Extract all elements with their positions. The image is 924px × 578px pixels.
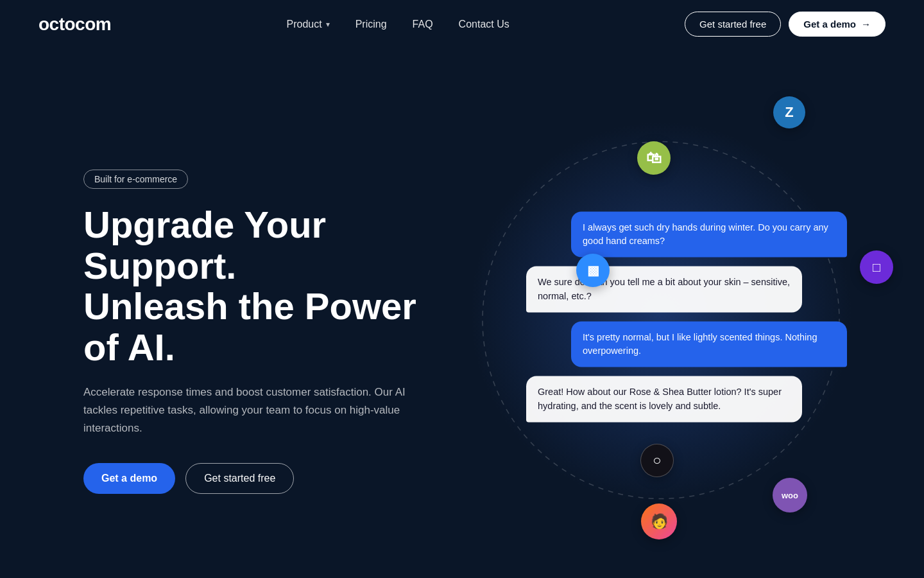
chat-message-1: I always get such dry hands during winte…	[571, 211, 847, 258]
zendesk-icon: Z	[773, 96, 805, 128]
shopify-icon: 🛍	[637, 141, 671, 175]
nav-item-pricing[interactable]: Pricing	[355, 19, 387, 30]
chat-message-4: Great! How about our Rose & Shea Butter …	[526, 376, 802, 423]
logo: octocom	[38, 14, 111, 35]
arrow-icon: →	[861, 19, 871, 30]
hero-section: Built for e-commerce Upgrade Your Suppor…	[0, 48, 924, 577]
navbar: octocom Product ▾ Pricing FAQ Contact Us	[0, 0, 924, 48]
hero-description: Accelerate response times and boost cust…	[83, 383, 411, 437]
nav-item-product[interactable]: Product ▾	[287, 19, 330, 30]
hero-content: Built for e-commerce Upgrade Your Suppor…	[83, 170, 456, 494]
freshdesk-icon: □	[860, 250, 893, 284]
chat-message-2: We sure do! Can you tell me a bit about …	[526, 267, 802, 313]
hero-badge: Built for e-commerce	[83, 170, 188, 189]
avatar-icon: 🧑	[641, 504, 677, 539]
hero-get-started-button[interactable]: Get started free	[185, 463, 294, 494]
nav-item-contact[interactable]: Contact Us	[459, 19, 509, 30]
chevron-down-icon: ▾	[326, 20, 330, 29]
woocommerce-icon: woo	[773, 478, 807, 512]
bigcommerce-icon: ○	[640, 444, 674, 477]
hero-title: Upgrade Your Support. Unleash the Power …	[83, 204, 456, 368]
hero-visualization: I always get such dry hands during winte…	[398, 48, 924, 577]
chat-area: I always get such dry hands during winte…	[526, 211, 847, 422]
get-started-free-button[interactable]: Get started free	[685, 12, 781, 37]
hero-get-demo-button[interactable]: Get a demo	[83, 463, 175, 494]
zoom-icon: ▩	[576, 254, 610, 287]
hero-cta-group: Get a demo Get started free	[83, 463, 456, 494]
nav-item-faq[interactable]: FAQ	[413, 19, 433, 30]
nav-links: Product ▾ Pricing FAQ Contact Us	[287, 19, 509, 30]
logo-text: octocom	[38, 14, 111, 34]
get-a-demo-button[interactable]: Get a demo →	[789, 12, 886, 37]
chat-message-3: It's pretty normal, but I like lightly s…	[571, 321, 847, 367]
nav-buttons: Get started free Get a demo →	[685, 12, 886, 37]
